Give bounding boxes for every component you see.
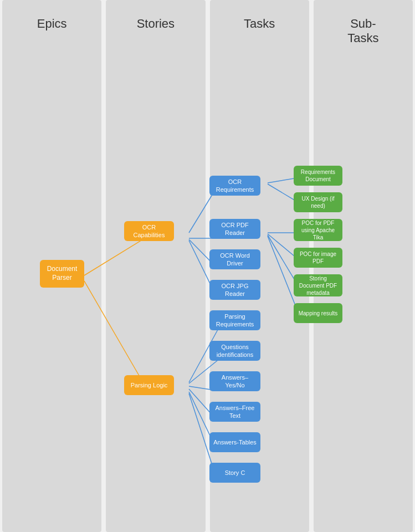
node-task-parsing-requirements[interactable]: ParsingRequirements	[209, 310, 260, 330]
node-task-answers-tables[interactable]: Answers-Tables	[209, 432, 260, 452]
node-task-questions-identifications[interactable]: Questionsidentifications	[209, 341, 260, 361]
node-task-story-c[interactable]: Story C	[209, 463, 260, 483]
node-task-ocr-word-driver[interactable]: OCR Word Driver	[209, 249, 260, 269]
svg-line-0	[84, 238, 145, 275]
node-task-ocr-pdf-reader[interactable]: OCR PDF Reader	[209, 219, 260, 239]
node-epic-document-parser[interactable]: DocumentParser	[40, 260, 84, 288]
node-task-ocr-requirements[interactable]: OCRRequirements	[209, 176, 260, 196]
header-row: Epics Stories Tasks Sub- Tasks	[0, 0, 415, 57]
header-tasks: Tasks	[208, 11, 311, 51]
header-subtasks: Sub- Tasks	[311, 11, 415, 51]
node-subtask-storing-document[interactable]: StoringDocument PDFmetadata	[294, 274, 342, 296]
node-subtask-ux-design[interactable]: UX Design (ifneed)	[294, 192, 342, 212]
node-story-parsing-logic[interactable]: Parsing Logic	[124, 375, 174, 395]
node-subtask-poc-pdf-apache[interactable]: POC for PDFusing ApacheTika	[294, 219, 342, 241]
node-task-answers-free-text[interactable]: Answers–FreeText	[209, 402, 260, 422]
node-subtask-requirements-document[interactable]: RequirementsDocument	[294, 166, 342, 186]
diagram-area: DocumentParser OCR Capabilities Parsing …	[0, 57, 415, 511]
node-task-ocr-jpg-reader[interactable]: OCR JPG Reader	[209, 280, 260, 300]
page-container: Epics Stories Tasks Sub- Tasks	[0, 0, 415, 532]
node-story-ocr-capabilities[interactable]: OCR Capabilities	[124, 221, 174, 241]
node-task-answers-yesno[interactable]: Answers–Yes/No	[209, 371, 260, 391]
node-subtask-mapping-results[interactable]: Mapping results	[294, 303, 342, 323]
node-subtask-poc-image-pdf[interactable]: POC for imagePDF	[294, 248, 342, 268]
svg-line-1	[84, 281, 145, 385]
header-epics: Epics	[0, 11, 104, 51]
header-stories: Stories	[104, 11, 207, 51]
